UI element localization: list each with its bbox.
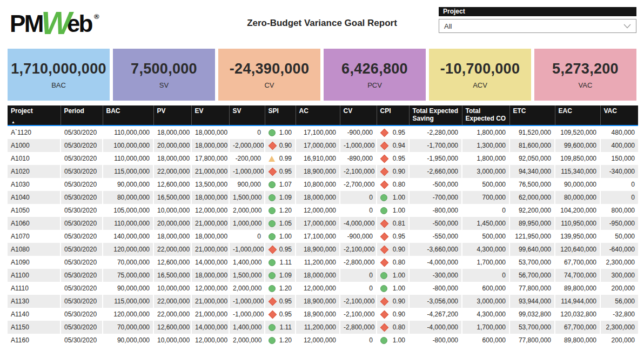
cell-etc: 56,700,000	[509, 269, 555, 282]
cell-ac: 12,000,000	[296, 334, 340, 347]
cell-etc: 89,950,000	[509, 217, 555, 230]
col-header-eac[interactable]: EAC	[555, 105, 600, 125]
cell-cv: 0	[340, 282, 377, 295]
cell-etc: 99,032,800	[509, 308, 555, 321]
cell-total-expected-co: 700,000	[462, 191, 509, 204]
project-dropdown[interactable]: All	[439, 19, 636, 33]
table-row[interactable]: A102005/30/2020115,000,00022,000,00021,0…	[8, 165, 638, 178]
col-header-ac[interactable]: AC	[296, 105, 340, 125]
cell-vac: -340,000	[600, 165, 638, 178]
cell-eac: 120,640,000	[555, 243, 600, 256]
col-header-etc[interactable]: ETC	[509, 105, 555, 125]
col-header-period[interactable]: Period	[61, 105, 103, 125]
table-row[interactable]: A110005/30/202075,000,00016,500,00018,00…	[8, 269, 638, 282]
cpi-value: 0.90	[388, 310, 405, 318]
cell-total-expected-co: 600,000	[462, 334, 509, 347]
table-row[interactable]: A111005/30/202090,000,00010,000,00012,00…	[8, 282, 638, 295]
slicer-title: Project	[439, 7, 636, 16]
cell-cpi: 0.95	[377, 125, 409, 139]
cell-ac: 18,900,000	[296, 295, 340, 308]
cell-bac: 110,000,000	[103, 152, 153, 165]
kpi-value: -10,700,000	[440, 61, 520, 77]
cell-ac: 16,910,000	[296, 152, 340, 165]
cell-ac: 18,900,000	[296, 308, 340, 321]
col-header-pv[interactable]: PV	[153, 105, 191, 125]
spi-value: 1.11	[276, 323, 292, 331]
kpi-value: -24,390,000	[230, 61, 309, 77]
cell-eac: 90,000,000	[555, 178, 600, 191]
table-row[interactable]: A101005/30/2020110,000,00018,000,00017,8…	[8, 152, 638, 165]
cell-eac: 74,700,000	[555, 269, 600, 282]
cpi-value: 1.00	[387, 194, 405, 201]
cell-etc: 92,200,000	[509, 204, 555, 217]
cell-ac: 18,000,000	[296, 191, 340, 204]
table-row[interactable]: A109005/30/202070,000,00012,600,00014,00…	[8, 256, 638, 269]
col-header-vac[interactable]: VAC	[600, 105, 638, 125]
kpi-value: 5,273,200	[552, 61, 619, 77]
cell-ac: 17,100,000	[296, 230, 340, 243]
col-header-total-expected-co[interactable]: Total Expected CO	[462, 105, 509, 125]
col-header-ev[interactable]: EV	[191, 105, 229, 125]
table-row[interactable]: A104005/30/202080,000,00016,500,00018,00…	[8, 191, 638, 204]
col-header-bac[interactable]: BAC	[103, 105, 153, 125]
spi-value: 0.90	[277, 142, 292, 149]
cell-pv: 22,000,000	[153, 165, 191, 178]
cpi-value: 0.80	[388, 181, 405, 188]
cell-project: A1070	[8, 230, 61, 243]
cell-sv: 1,400,000	[229, 256, 265, 269]
table-row[interactable]: A115005/30/202070,000,00012,600,00014,00…	[8, 321, 638, 334]
kpi-card-pcv: 6,426,800 PCV	[324, 49, 426, 101]
cell-ev: 12,000,000	[191, 334, 229, 347]
table-row[interactable]: A106005/30/2020110,000,00020,000,00021,0…	[8, 217, 638, 230]
table-row[interactable]: A107005/30/2020140,000,00018,000,00018,0…	[8, 230, 638, 243]
cell-vac: 56,000	[600, 295, 638, 308]
cell-vac: 300,000	[600, 269, 638, 282]
cell-sv: 2,000,000	[229, 204, 265, 217]
cell-sv: 0	[229, 125, 265, 139]
spi-value: 1.11	[276, 259, 292, 266]
table-row[interactable]: A105005/30/2020105,000,00010,000,00012,0…	[8, 204, 638, 217]
spi-value: 0.95	[277, 310, 292, 318]
cell-cpi: 0.90	[377, 243, 409, 256]
cell-project: A1100	[8, 269, 61, 282]
cell-project: A1080	[8, 243, 61, 256]
red-diamond-icon	[380, 167, 389, 176]
cell-ac: 18,900,000	[296, 243, 340, 256]
col-header-cv[interactable]: CV	[340, 105, 377, 125]
cell-bac: 90,000,000	[103, 334, 153, 347]
table-row[interactable]: A100005/30/2020100,000,00020,000,00018,0…	[8, 139, 638, 152]
cell-project: A1000	[8, 139, 61, 152]
green-circle-icon	[380, 272, 387, 279]
cell-spi: 0.99	[265, 152, 296, 165]
cell-ev: 13,500,000	[191, 178, 229, 191]
cell-total-expected-co: 1,700,000	[462, 321, 509, 334]
table-row[interactable]: A114005/30/2020120,000,00022,000,00021,0…	[8, 308, 638, 321]
cell-cv: -2,100,000	[340, 165, 377, 178]
col-header-total-expected-saving[interactable]: Total Expected Saving	[409, 105, 462, 125]
chevron-down-icon[interactable]	[623, 24, 631, 29]
cpi-value: 0.94	[388, 142, 405, 149]
cell-pv: 22,000,000	[153, 243, 191, 256]
cell-etc: 99,640,000	[509, 243, 555, 256]
kpi-label: BAC	[51, 81, 66, 89]
cell-project: A1140	[8, 308, 61, 321]
cell-cpi: 0.95	[377, 230, 409, 243]
red-diamond-icon	[380, 258, 389, 267]
cell-total-expected-saving: -800,000	[409, 204, 462, 217]
table-row[interactable]: A108005/30/2020120,000,00022,000,00021,0…	[8, 243, 638, 256]
cell-ev: 14,000,000	[191, 321, 229, 334]
table-row[interactable]: A`112005/30/2020110,000,00018,000,00018,…	[8, 125, 638, 139]
table-row[interactable]: A116005/30/202090,000,00010,000,00012,00…	[8, 334, 638, 347]
cell-vac: 2,300,000	[600, 256, 638, 269]
table-row[interactable]: A103005/30/202090,000,00012,600,00013,50…	[8, 178, 638, 191]
col-header-spi[interactable]: SPI	[265, 105, 296, 125]
cell-sv: 1,000,000	[229, 217, 265, 230]
cell-period: 05/30/2020	[61, 152, 103, 165]
col-header-cpi[interactable]: CPI	[377, 105, 409, 125]
col-header-sv[interactable]: SV	[229, 105, 265, 125]
cell-eac: 114,944,000	[555, 295, 600, 308]
cell-total-expected-co: 4,300,000	[462, 308, 509, 321]
table-row[interactable]: A113005/30/2020115,000,00022,000,00021,0…	[8, 295, 638, 308]
col-header-project[interactable]: Project ▲	[8, 105, 61, 125]
green-circle-icon	[269, 272, 276, 279]
